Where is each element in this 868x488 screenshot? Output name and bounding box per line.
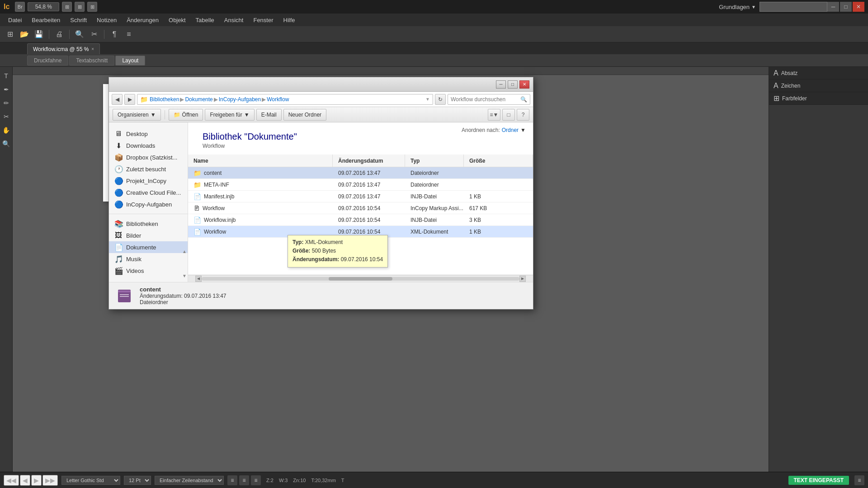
panel-tab-farbfelder[interactable]: ⊞ Farbfelder bbox=[769, 92, 868, 105]
file-row-workflow[interactable]: 🖹 Workflow 09.07.2016 10:54 InCopy Marku… bbox=[188, 202, 533, 214]
sidebar-item-bilder[interactable]: 🖼 Bilder bbox=[109, 230, 188, 241]
email-btn[interactable]: E-Mail bbox=[256, 109, 282, 121]
panel-tab-absatz[interactable]: A Absatz bbox=[769, 67, 868, 80]
tb-layout-btn[interactable]: ≡ bbox=[123, 28, 135, 41]
header-size[interactable]: Größe bbox=[464, 155, 533, 167]
tab-textabschnitt[interactable]: Textabschnitt bbox=[69, 56, 114, 66]
addr-breadcrumb-libraries[interactable]: Bibliotheken bbox=[150, 96, 179, 103]
addr-breadcrumb-incopy[interactable]: InCopy-Aufgaben bbox=[219, 96, 261, 103]
addr-back-btn[interactable]: ◀ bbox=[112, 94, 123, 105]
tb-save-btn[interactable]: 💾 bbox=[33, 28, 45, 41]
menu-datei[interactable]: Datei bbox=[4, 15, 26, 25]
sidebar-item-incopy[interactable]: 🔵 InCopy-Aufgaben bbox=[109, 198, 188, 210]
menu-objekt[interactable]: Objekt bbox=[164, 15, 190, 25]
menu-fenster[interactable]: Fenster bbox=[249, 15, 278, 25]
status-end-btn[interactable]: ≡ bbox=[854, 475, 864, 485]
tb-spell-btn[interactable]: ✂ bbox=[88, 28, 100, 41]
sidebar-item-dokumente[interactable]: 📄 Dokumente bbox=[109, 241, 188, 253]
open-btn[interactable]: 📁 Öffnen bbox=[169, 109, 203, 121]
help-btn[interactable]: ? bbox=[517, 109, 529, 121]
menu-bearbeiten[interactable]: Bearbeiten bbox=[27, 15, 65, 25]
addr-search-input[interactable] bbox=[451, 96, 519, 103]
sidebar-item-bibliotheken[interactable]: 📚 Bibliotheken bbox=[109, 218, 188, 230]
sidebar-item-creative-cloud[interactable]: 🔵 Creative Cloud File... bbox=[109, 187, 188, 198]
addr-search-box[interactable]: 🔍 bbox=[448, 94, 530, 105]
tool-hand[interactable]: ✋ bbox=[1, 125, 12, 136]
sidebar-item-musik[interactable]: 🎵 Musik bbox=[109, 253, 188, 265]
organise-btn[interactable]: Organisieren ▼ bbox=[113, 109, 161, 121]
font-selector[interactable]: Letter Gothic Std bbox=[61, 476, 120, 485]
address-bar[interactable]: 📁 Bibliotheken ▶ Dokumente ▶ InCopy-Aufg… bbox=[137, 94, 433, 105]
align-left-btn[interactable]: ≡ bbox=[227, 475, 237, 485]
file-row-workflow-injb[interactable]: 📄 Workflow.injb 09.07.2016 10:54 INJB-Da… bbox=[188, 214, 533, 226]
view-dropdown-btn[interactable]: ≡ ▼ bbox=[488, 109, 500, 121]
file-row-workflow-xml[interactable]: 📄 Workflow 09.07.2016 10:54 XML-Dokument… bbox=[188, 226, 533, 238]
file-row-content[interactable]: 📁 content 09.07.2016 13:47 Dateiordner bbox=[188, 167, 533, 179]
zoom-display[interactable]: 54,8 % bbox=[28, 2, 59, 11]
addr-breadcrumb-dokumente[interactable]: Dokumente bbox=[185, 96, 212, 103]
addr-forward-btn[interactable]: ▶ bbox=[124, 94, 135, 105]
addr-refresh-btn[interactable]: ↻ bbox=[435, 94, 446, 105]
sidebar-item-videos[interactable]: 🎬 Videos bbox=[109, 265, 188, 277]
hscroll-right-btn[interactable]: ▶ bbox=[519, 276, 526, 282]
sidebar-item-dropbox[interactable]: 📦 Dropbox (Satzkist... bbox=[109, 151, 188, 163]
sidebar-scroll-down[interactable]: ▼ bbox=[182, 273, 187, 278]
font-size-selector[interactable]: 12 Pt bbox=[124, 476, 151, 485]
dialog-minimize-btn[interactable]: ─ bbox=[496, 80, 506, 89]
align-right-btn[interactable]: ≡ bbox=[251, 475, 261, 485]
page-next-btn[interactable]: ▶ bbox=[31, 475, 42, 486]
file-row-meta-inf[interactable]: 📁 META-INF 09.07.2016 13:47 Dateiordner bbox=[188, 179, 533, 191]
menu-ansicht[interactable]: Ansicht bbox=[220, 15, 248, 25]
preview-btn[interactable]: □ bbox=[502, 109, 515, 121]
tab-druckfahne[interactable]: Druckfahne bbox=[27, 56, 68, 66]
app-close-btn[interactable]: ✕ bbox=[853, 2, 864, 12]
sidebar-item-desktop[interactable]: 🖥 Desktop bbox=[109, 128, 188, 140]
tool-zoom[interactable]: 🔍 bbox=[1, 138, 12, 149]
app-search-input[interactable] bbox=[760, 2, 827, 12]
tool-pen[interactable]: ✒ bbox=[1, 84, 12, 95]
app-maximize-btn[interactable]: □ bbox=[840, 2, 852, 12]
sidebar-item-recent[interactable]: 🕐 Zuletzt besucht bbox=[109, 163, 188, 175]
view-mode-btn3[interactable]: ⊞ bbox=[87, 2, 97, 12]
sidebar-scroll-up[interactable]: ▲ bbox=[182, 249, 187, 254]
view-mode-btn1[interactable]: ⊞ bbox=[62, 2, 72, 12]
hscroll-thumb[interactable] bbox=[329, 277, 392, 281]
dialog-maximize-btn[interactable]: □ bbox=[508, 80, 518, 89]
tool-pencil[interactable]: ✏ bbox=[1, 98, 12, 108]
menu-notizen[interactable]: Notizen bbox=[92, 15, 121, 25]
panel-tab-zeichen[interactable]: A Zeichen bbox=[769, 80, 868, 92]
page-last-btn[interactable]: ▶▶ bbox=[42, 475, 58, 486]
header-date[interactable]: Änderungsdatum bbox=[333, 155, 405, 167]
tb-print-btn[interactable]: 🖨 bbox=[53, 28, 66, 41]
addr-dropdown-icon[interactable]: ▼ bbox=[425, 97, 430, 102]
line-spacing-selector[interactable]: Einfacher Zeilenabstand bbox=[155, 476, 224, 485]
tool-text[interactable]: T bbox=[1, 70, 12, 81]
view-mode-btn2[interactable]: ⊞ bbox=[75, 2, 85, 12]
tool-scissors[interactable]: ✂ bbox=[1, 111, 12, 122]
doc-tab-close[interactable]: × bbox=[91, 47, 94, 52]
addr-breadcrumb-workflow[interactable]: Workflow bbox=[267, 96, 289, 103]
hscroll-track[interactable] bbox=[202, 277, 519, 281]
menu-aenderungen[interactable]: Änderungen bbox=[122, 15, 163, 25]
tb-search-btn[interactable]: 🔍 bbox=[73, 28, 86, 41]
align-center-btn[interactable]: ≡ bbox=[239, 475, 249, 485]
tab-layout[interactable]: Layout bbox=[115, 56, 145, 66]
tb-open-btn[interactable]: 📂 bbox=[18, 28, 31, 41]
header-name[interactable]: Name bbox=[188, 155, 333, 167]
doc-tab-workflow[interactable]: Workflow.icma @ 55 % × bbox=[27, 43, 100, 54]
sidebar-item-downloads[interactable]: ⬇ Downloads bbox=[109, 140, 188, 151]
sort-arrow[interactable]: ▼ bbox=[520, 127, 526, 133]
sort-value[interactable]: Ordner bbox=[502, 127, 519, 133]
workspace-selector[interactable]: Grundlagen ▼ bbox=[719, 4, 756, 10]
app-minimize-btn[interactable]: ─ bbox=[827, 2, 839, 12]
tb-view-btn[interactable]: ⊞ bbox=[4, 28, 16, 41]
share-btn[interactable]: Freigeben für ▼ bbox=[205, 109, 254, 121]
dialog-close-btn[interactable]: ✕ bbox=[519, 80, 529, 89]
tb-para-btn[interactable]: ¶ bbox=[108, 28, 121, 41]
page-first-btn[interactable]: ◀◀ bbox=[4, 475, 19, 486]
header-type[interactable]: Typ bbox=[405, 155, 464, 167]
menu-hilfe[interactable]: Hilfe bbox=[279, 15, 300, 25]
br-button[interactable]: Br bbox=[15, 2, 25, 12]
file-row-manifest[interactable]: 📄 Manifest.injb 09.07.2016 13:47 INJB-Da… bbox=[188, 191, 533, 202]
new-folder-btn[interactable]: Neuer Ordner bbox=[283, 109, 326, 121]
